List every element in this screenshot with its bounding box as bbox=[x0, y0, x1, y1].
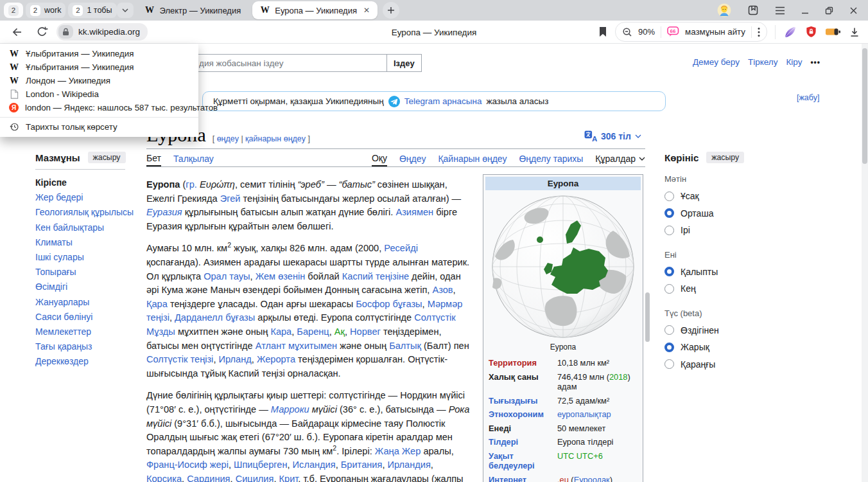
toc-item[interactable]: Мемлекеттер bbox=[35, 325, 144, 339]
menu-icon[interactable] bbox=[775, 6, 785, 15]
suggestion-item[interactable]: Яlondon — Яндекс: нашлось 587 тыс. резул… bbox=[0, 101, 198, 114]
radio-button[interactable] bbox=[664, 192, 674, 201]
toc-item[interactable]: Өсімдігі bbox=[35, 280, 144, 294]
lock-icon[interactable] bbox=[58, 25, 73, 39]
infobox-label[interactable]: Тығыздығы bbox=[485, 394, 554, 408]
link[interactable]: Солтүстік теңізі bbox=[146, 354, 213, 364]
article-tab[interactable]: Құралдар bbox=[595, 150, 645, 166]
window-scrollbar-thumb[interactable] bbox=[862, 48, 867, 164]
tab-group-chip[interactable]: 2 bbox=[4, 3, 23, 18]
link[interactable]: Ирландия bbox=[387, 460, 430, 470]
radio-option[interactable]: Жарық bbox=[664, 339, 764, 356]
radio-option[interactable]: Кең bbox=[664, 280, 764, 298]
toc-item[interactable]: Топырағы bbox=[35, 265, 144, 280]
link[interactable]: Ирланд bbox=[218, 354, 251, 364]
battery-extension-icon[interactable] bbox=[825, 27, 841, 37]
link[interactable]: .eu bbox=[557, 475, 569, 482]
link[interactable]: Кара bbox=[270, 326, 291, 337]
link[interactable]: Сицилия bbox=[236, 474, 274, 482]
close-button[interactable] bbox=[849, 6, 858, 15]
link[interactable]: UTC UTC+6 bbox=[557, 451, 603, 461]
link[interactable]: Норвег bbox=[350, 326, 381, 337]
link[interactable]: Жаңа Жер bbox=[375, 446, 421, 456]
radio-option[interactable]: Қалыпты bbox=[664, 263, 764, 281]
header-link[interactable]: Демеу беру bbox=[693, 57, 740, 67]
article-tab[interactable]: Оқу bbox=[372, 150, 387, 166]
minimize-button[interactable] bbox=[801, 6, 809, 14]
radio-option[interactable]: Ірі bbox=[664, 222, 764, 239]
download-icon[interactable] bbox=[849, 26, 860, 38]
reload-button[interactable] bbox=[32, 22, 51, 42]
infobox-label[interactable]: Территория bbox=[485, 356, 554, 370]
feather-extension-icon[interactable] bbox=[783, 25, 797, 39]
address-bar[interactable]: kk.wikipedia.org bbox=[56, 23, 148, 40]
suggestion-item[interactable]: WЛондон — Уикипедия bbox=[0, 74, 198, 87]
tab-group-chip[interactable]: 2work bbox=[26, 3, 65, 18]
zoom-out-icon[interactable] bbox=[622, 27, 632, 37]
link[interactable]: Сардиния bbox=[187, 474, 230, 482]
radio-option[interactable]: Өздігінен bbox=[664, 322, 764, 339]
toc-item[interactable]: Дереккөздер bbox=[35, 354, 144, 369]
article-tab[interactable]: Бет bbox=[146, 150, 161, 166]
tab-groups-icon[interactable] bbox=[747, 4, 759, 16]
radio-option[interactable]: Орташа bbox=[664, 205, 764, 222]
edit-source-link[interactable]: қайнарын өңдеу bbox=[245, 134, 306, 143]
link[interactable]: Марроки bbox=[271, 404, 309, 415]
link[interactable]: Қара bbox=[146, 299, 168, 309]
restore-button[interactable] bbox=[825, 6, 833, 15]
infobox-label[interactable]: Интернет үйшігі bbox=[485, 473, 554, 482]
toc-hide-button[interactable]: жасыру bbox=[88, 152, 126, 163]
link[interactable]: Исландия bbox=[293, 460, 336, 470]
wiki-search-button[interactable]: Іздеу bbox=[386, 54, 422, 72]
header-link[interactable]: Кіру bbox=[786, 57, 802, 67]
link[interactable]: Корсика bbox=[146, 474, 182, 482]
tab-group-dropdown-button[interactable] bbox=[117, 3, 134, 18]
show-full-history-item[interactable]: Тарихты толық көрсету bbox=[0, 120, 198, 134]
suggestion-item[interactable]: London - Wikipedia bbox=[0, 87, 198, 101]
radio-button[interactable] bbox=[664, 267, 674, 276]
infobox-label[interactable]: Тілдері bbox=[485, 435, 554, 449]
toc-item[interactable]: Кен байлықтары bbox=[35, 220, 144, 235]
header-link[interactable]: Тіркелу bbox=[748, 57, 778, 67]
link[interactable]: Франц-Иосиф жері bbox=[146, 460, 229, 470]
shield-extension-icon[interactable] bbox=[805, 26, 817, 38]
radio-button[interactable] bbox=[664, 359, 674, 369]
link[interactable]: Азов bbox=[432, 285, 453, 295]
link[interactable]: Баренц bbox=[297, 326, 329, 337]
toc-item[interactable]: Саяси бөлінуі bbox=[35, 310, 144, 325]
link[interactable]: 2018 bbox=[609, 372, 627, 382]
browser-tab[interactable]: WЭлектр — Уикипедия bbox=[137, 0, 249, 21]
toc-item[interactable]: Жер бедері bbox=[35, 190, 144, 205]
article-tab[interactable]: Өңдеу bbox=[399, 150, 426, 166]
infobox-label[interactable]: Уақыт белдеулері bbox=[485, 449, 554, 473]
tab-group-chip[interactable]: 21 тобы bbox=[68, 3, 116, 18]
bookmark-flag-icon[interactable] bbox=[598, 26, 607, 37]
radio-button[interactable] bbox=[664, 325, 674, 335]
radio-button[interactable] bbox=[664, 226, 674, 235]
banner-close-link[interactable]: [жабу] bbox=[797, 93, 819, 102]
link[interactable]: Босфор бұғазы bbox=[356, 299, 422, 309]
link[interactable]: Эгей bbox=[220, 193, 241, 204]
radio-button[interactable] bbox=[664, 343, 674, 352]
language-selector[interactable]: A 306 тіл bbox=[584, 130, 641, 142]
edit-link[interactable]: өңдеу bbox=[217, 134, 239, 143]
quote-bubble-icon[interactable]: 66 bbox=[667, 26, 679, 37]
radio-option[interactable]: Қараңғы bbox=[664, 356, 764, 373]
avatar[interactable] bbox=[717, 3, 731, 17]
toc-item[interactable]: Жануарлары bbox=[35, 295, 144, 310]
window-scrollbar[interactable] bbox=[862, 44, 868, 482]
toc-item[interactable]: Геологиялық құрылысы bbox=[35, 205, 144, 220]
toc-item[interactable]: Ішкі сулары bbox=[35, 250, 144, 265]
link[interactable]: Орал тауы bbox=[204, 271, 250, 281]
header-more-button[interactable]: ••• bbox=[810, 58, 820, 67]
link[interactable]: Дарданелл бұғазы bbox=[175, 312, 255, 323]
radio-option[interactable]: Ұсақ bbox=[664, 188, 764, 205]
link[interactable]: Ақ bbox=[334, 326, 345, 337]
link[interactable]: гр. bbox=[186, 179, 197, 190]
link[interactable]: Еуразия bbox=[146, 207, 182, 217]
wiki-search-input[interactable] bbox=[168, 54, 386, 72]
europe-globe-image[interactable] bbox=[485, 190, 641, 341]
new-tab-button[interactable] bbox=[383, 2, 399, 19]
suggestion-item[interactable]: WҰлыбритания — Уикипедия bbox=[0, 47, 198, 60]
radio-button[interactable] bbox=[664, 284, 674, 294]
